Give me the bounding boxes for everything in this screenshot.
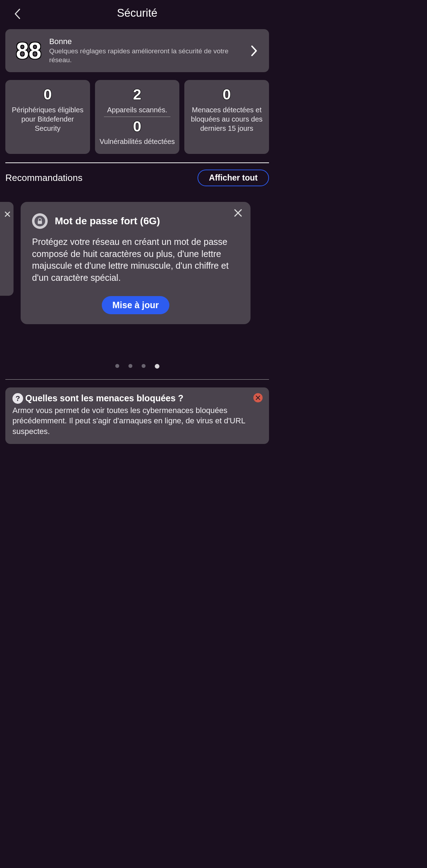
- stat-label: Périphériques éligibles pour Bitdefender…: [8, 105, 87, 133]
- close-icon: ✕: [4, 209, 11, 220]
- security-score-card[interactable]: 88 Bonne Quelques réglages rapides améli…: [5, 29, 269, 72]
- header: Sécurité: [0, 0, 274, 26]
- update-button[interactable]: Mise à jour: [102, 296, 170, 314]
- carousel-dot[interactable]: [115, 364, 119, 368]
- close-button[interactable]: [253, 393, 263, 402]
- recommendation-card-previous[interactable]: ✕: [0, 202, 14, 296]
- stat-card-threats[interactable]: 0 Menaces détectées et bloquées au cours…: [184, 80, 269, 154]
- chevron-right-icon: [251, 45, 258, 57]
- divider: [5, 162, 269, 163]
- stat-card-eligible-devices[interactable]: 0 Périphériques éligibles pour Bitdefend…: [5, 80, 90, 154]
- close-icon: [233, 208, 243, 218]
- security-score-status: Bonne: [49, 37, 243, 46]
- stat-label: Appareils scannés.: [107, 105, 167, 114]
- security-score-description: Quelques réglages rapides amélioreront l…: [49, 47, 243, 64]
- chevron-left-icon: [14, 8, 22, 20]
- info-title: Quelles sont les menaces bloquées ?: [25, 393, 184, 403]
- back-button[interactable]: [14, 8, 22, 21]
- show-all-button[interactable]: Afficher tout: [197, 170, 269, 186]
- stat-value: 0: [43, 86, 52, 103]
- divider: [104, 117, 170, 117]
- security-score-value: 88: [16, 39, 41, 62]
- info-body: Armor vous permet de voir toutes les cyb…: [12, 405, 262, 437]
- stat-value: 2: [133, 86, 141, 103]
- help-icon: ?: [12, 393, 23, 404]
- stat-card-scanned[interactable]: 2 Appareils scannés. 0 Vulnérabilités dé…: [95, 80, 180, 154]
- info-banner: ? Quelles sont les menaces bloquées ? Ar…: [5, 387, 269, 444]
- recommendation-card: Mot de passe fort (6G) Protégez votre ré…: [21, 202, 251, 324]
- carousel-dot[interactable]: [142, 364, 146, 368]
- stat-value: 0: [133, 118, 141, 135]
- page-title: Sécurité: [7, 7, 267, 20]
- carousel-dot-active[interactable]: [155, 364, 159, 369]
- close-icon: [255, 395, 260, 400]
- recommendation-title: Mot de passe fort (6G): [55, 215, 160, 227]
- stat-value: 0: [222, 86, 231, 103]
- svg-rect-0: [38, 221, 42, 224]
- recommendation-body: Protégez votre réseau en créant un mot d…: [32, 236, 239, 284]
- stat-label: Vulnérabilités détectées: [100, 137, 175, 146]
- carousel-dot[interactable]: [128, 364, 132, 368]
- stat-label: Menaces détectées et bloquées au cours d…: [187, 105, 266, 133]
- lock-icon: [32, 213, 48, 229]
- divider: [5, 379, 269, 380]
- recommendations-heading: Recommandations: [5, 172, 83, 183]
- close-button[interactable]: [233, 208, 243, 219]
- carousel-dots: [5, 364, 269, 369]
